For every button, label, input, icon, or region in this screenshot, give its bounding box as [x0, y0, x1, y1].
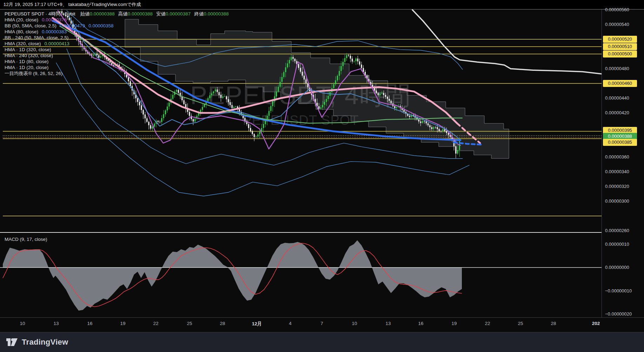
- price-axis-label: 0.00000300: [605, 198, 629, 205]
- indicator-row[interactable]: HMA (80, close)0.00000383: [5, 29, 229, 35]
- macd-axis-label: −0.00000020: [605, 311, 632, 318]
- ohlc-value: 0.00000387: [166, 11, 191, 16]
- price-axis-label: 0.00000420: [605, 109, 629, 116]
- time-axis-label: 7: [320, 321, 323, 326]
- time-axis-label: 12月: [252, 321, 262, 327]
- ohlc-pair: 高値0.00000388: [118, 11, 153, 17]
- indicator-label: HMA · 240 (320, close): [5, 53, 53, 59]
- indicator-label: BB · 240 (50, SMA, close, 2.5): [5, 35, 68, 41]
- indicator-value: 0.00000358: [88, 23, 113, 29]
- senkou-white-thick: [412, 10, 602, 74]
- indicator-value: 0.00000479: [60, 23, 85, 29]
- price-level-badge[interactable]: 0.00000500: [603, 50, 637, 57]
- price-axis-label: 0.00000540: [605, 21, 629, 28]
- indicator-row[interactable]: HMA · 1D (320, close): [5, 47, 229, 53]
- time-axis-label: 22: [153, 321, 158, 326]
- time-axis-label: 16: [418, 321, 423, 326]
- indicator-label: HMA · 1D (320, close): [5, 47, 51, 53]
- indicator-row[interactable]: HMA · 1D (80, close): [5, 59, 229, 65]
- price-axis-label: 0.00000480: [605, 65, 629, 72]
- time-axis[interactable]: 1013161922252812月4710131619222528202: [0, 317, 644, 332]
- indicator-value: 0.00000413: [45, 41, 69, 47]
- price-level-badge[interactable]: 0.00000460: [603, 80, 637, 87]
- price-axis-label: 0.00000440: [605, 95, 629, 102]
- indicator-value: 0.00000383: [42, 29, 67, 35]
- indicator-row[interactable]: HMA (320, close)0.00000413: [5, 41, 229, 47]
- indicator-label: 一目均衡表® (9, 26, 52, 26): [5, 70, 62, 76]
- ohlc-label: 高値: [118, 11, 128, 16]
- tradingview-brand-text[interactable]: TradingView: [22, 338, 68, 347]
- price-axis-label: 0.00000260: [605, 227, 629, 234]
- symbol-row[interactable]: PEPEUSDT SPOT · 4時間 · Bybit 始値0.00000388…: [5, 11, 229, 17]
- tradingview-chart-window: PEPEUSDT, 4時間 PEPEUSDT SPOT 12月 19, 2025…: [0, 0, 644, 352]
- time-axis-label: 28: [551, 321, 556, 326]
- time-axis-label: 19: [451, 321, 457, 326]
- time-axis-label: 13: [53, 321, 59, 326]
- price-axis-label: 0.00000320: [605, 183, 629, 190]
- price-axis-label: 0.00000340: [605, 168, 629, 175]
- macd-axis-label: −0.00000010: [605, 287, 632, 295]
- indicator-legend: PEPEUSDT SPOT · 4時間 · Bybit 始値0.00000388…: [5, 11, 229, 76]
- ohlc-values: 始値0.00000388高値0.00000388安値0.00000387終値0.…: [80, 11, 228, 17]
- ohlc-value: 0.00000388: [204, 11, 228, 16]
- symbol-title[interactable]: PEPEUSDT SPOT: [5, 11, 44, 16]
- ohlc-label: 安値: [156, 11, 166, 16]
- time-axis-label: 4: [289, 321, 292, 326]
- indicator-row[interactable]: BB · 240 (50, SMA, close, 2.5): [5, 35, 229, 41]
- indicator-row[interactable]: HMA · 240 (320, close): [5, 53, 229, 59]
- time-axis-label: 202: [592, 321, 600, 326]
- indicator-label: HMA (20, close): [5, 17, 38, 23]
- price-axis-label: 0.00000560: [605, 6, 629, 13]
- indicator-row[interactable]: BB (50, SMA, close, 2.5)0.000004790.0000…: [5, 23, 229, 29]
- indicator-label: BB (50, SMA, close, 2.5): [5, 23, 57, 29]
- separator-dot: ·: [62, 11, 64, 16]
- indicator-label: HMA (80, close): [5, 29, 38, 35]
- price-level-badge[interactable]: 0.00000510: [603, 43, 637, 50]
- time-axis-label: 10: [352, 321, 357, 326]
- price-axis[interactable]: 0.000005600.000005400.000004800.00000440…: [602, 9, 644, 332]
- time-axis-label: 25: [187, 321, 192, 326]
- time-axis-label: 28: [220, 321, 225, 326]
- ohlc-pair: 安値0.00000387: [156, 11, 191, 17]
- macd-indicator-label[interactable]: MACD (9, 17, close): [5, 237, 47, 242]
- ohlc-value: 0.00000388: [89, 11, 114, 16]
- time-axis-label: 25: [518, 321, 523, 326]
- indicator-row[interactable]: 一目均衡表® (9, 26, 52, 26): [5, 70, 229, 76]
- macd-axis-label: 0.00000010: [605, 241, 629, 248]
- indicator-row[interactable]: HMA (20, close)0.00000376: [5, 17, 229, 23]
- symbol-interval[interactable]: 4時間: [48, 11, 61, 16]
- ohlc-pair: 始値0.00000388: [80, 11, 114, 17]
- time-axis-label: 16: [87, 321, 92, 326]
- separator-dot: ·: [46, 11, 47, 16]
- indicator-value: 0.00000376: [42, 17, 67, 23]
- indicator-row[interactable]: HMA · 1D (20, close): [5, 65, 229, 70]
- ohlc-label: 終値: [194, 11, 204, 16]
- ohlc-pair: 終値0.00000388: [194, 11, 228, 17]
- indicator-label: HMA (320, close): [5, 41, 41, 47]
- ohlc-label: 始値: [80, 11, 89, 16]
- indicator-label: HMA · 1D (80, close): [5, 59, 48, 65]
- ohlc-value: 0.00000388: [128, 11, 153, 16]
- time-axis-label: 22: [485, 321, 490, 326]
- time-axis-label: 13: [385, 321, 391, 326]
- macd-axis-label: 0.00000000: [605, 264, 629, 271]
- price-level-badge[interactable]: 0.00000385: [603, 139, 637, 146]
- time-axis-label: 19: [120, 321, 125, 326]
- symbol-exchange[interactable]: Bybit: [65, 11, 75, 16]
- tradingview-footer: TradingView: [0, 332, 644, 352]
- macd-area: [3, 240, 462, 311]
- price-level-badge[interactable]: 0.00000520: [603, 36, 637, 43]
- tradingview-logo-icon[interactable]: [6, 338, 18, 347]
- indicator-label: HMA · 1D (20, close): [5, 65, 48, 70]
- price-axis-label: 0.00000360: [605, 154, 629, 161]
- indicator-rows: HMA (20, close)0.00000376BB (50, SMA, cl…: [5, 17, 229, 76]
- time-axis-label: 10: [20, 321, 25, 326]
